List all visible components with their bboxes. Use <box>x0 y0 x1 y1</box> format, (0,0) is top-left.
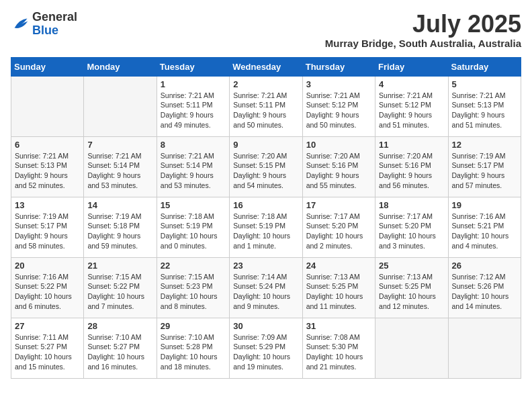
page-header: General Blue July 2025 Murray Bridge, So… <box>11 11 521 49</box>
day-info: Sunrise: 7:21 AMSunset: 5:13 PMDaylight:… <box>452 91 517 130</box>
day-info: Sunrise: 7:16 AMSunset: 5:22 PMDaylight:… <box>15 272 80 312</box>
day-number: 23 <box>233 261 298 271</box>
calendar-cell <box>375 318 448 378</box>
day-number: 9 <box>233 140 298 150</box>
calendar-cell: 11Sunrise: 7:20 AMSunset: 5:16 PMDayligh… <box>375 136 448 197</box>
calendar-cell: 14Sunrise: 7:19 AMSunset: 5:18 PMDayligh… <box>84 197 157 257</box>
day-info: Sunrise: 7:12 AMSunset: 5:26 PMDaylight:… <box>452 272 517 312</box>
day-info: Sunrise: 7:21 AMSunset: 5:11 PMDaylight:… <box>161 91 226 130</box>
day-number: 30 <box>233 321 298 331</box>
logo-text: General Blue <box>32 11 77 38</box>
day-number: 21 <box>87 261 152 271</box>
day-number: 28 <box>87 321 152 331</box>
day-info: Sunrise: 7:11 AMSunset: 5:27 PMDaylight:… <box>15 332 80 372</box>
day-number: 7 <box>87 140 152 150</box>
day-info: Sunrise: 7:20 AMSunset: 5:16 PMDaylight:… <box>306 151 371 191</box>
week-row-5: 27Sunrise: 7:11 AMSunset: 5:27 PMDayligh… <box>11 318 521 378</box>
weekday-header-sunday: Sunday <box>11 57 84 76</box>
day-info: Sunrise: 7:21 AMSunset: 5:13 PMDaylight:… <box>15 151 80 191</box>
calendar-cell: 28Sunrise: 7:10 AMSunset: 5:27 PMDayligh… <box>84 318 157 378</box>
calendar-cell: 10Sunrise: 7:20 AMSunset: 5:16 PMDayligh… <box>302 136 375 197</box>
day-number: 4 <box>379 79 444 89</box>
day-number: 31 <box>306 321 371 331</box>
day-info: Sunrise: 7:21 AMSunset: 5:14 PMDaylight:… <box>161 151 226 191</box>
week-row-2: 6Sunrise: 7:21 AMSunset: 5:13 PMDaylight… <box>11 136 521 197</box>
day-number: 10 <box>306 140 371 150</box>
calendar-cell: 27Sunrise: 7:11 AMSunset: 5:27 PMDayligh… <box>11 318 84 378</box>
day-number: 16 <box>233 200 298 210</box>
day-info: Sunrise: 7:18 AMSunset: 5:19 PMDaylight:… <box>161 212 226 251</box>
week-row-4: 20Sunrise: 7:16 AMSunset: 5:22 PMDayligh… <box>11 257 521 318</box>
day-number: 15 <box>161 200 226 210</box>
day-info: Sunrise: 7:21 AMSunset: 5:12 PMDaylight:… <box>306 91 371 130</box>
day-info: Sunrise: 7:10 AMSunset: 5:28 PMDaylight:… <box>161 332 226 372</box>
calendar-cell <box>84 76 157 136</box>
calendar-cell: 29Sunrise: 7:10 AMSunset: 5:28 PMDayligh… <box>157 318 229 378</box>
calendar-cell: 6Sunrise: 7:21 AMSunset: 5:13 PMDaylight… <box>11 136 84 197</box>
calendar-cell: 7Sunrise: 7:21 AMSunset: 5:14 PMDaylight… <box>84 136 157 197</box>
day-info: Sunrise: 7:15 AMSunset: 5:22 PMDaylight:… <box>87 272 152 312</box>
day-number: 29 <box>161 321 226 331</box>
calendar-cell: 31Sunrise: 7:08 AMSunset: 5:30 PMDayligh… <box>302 318 375 378</box>
day-number: 20 <box>15 261 80 271</box>
day-number: 22 <box>161 261 226 271</box>
day-number: 19 <box>452 200 517 210</box>
calendar-cell <box>448 318 521 378</box>
calendar-cell: 13Sunrise: 7:19 AMSunset: 5:17 PMDayligh… <box>11 197 84 257</box>
day-info: Sunrise: 7:20 AMSunset: 5:16 PMDaylight:… <box>379 151 444 191</box>
day-info: Sunrise: 7:13 AMSunset: 5:25 PMDaylight:… <box>379 272 444 312</box>
weekday-header-wednesday: Wednesday <box>230 57 302 76</box>
calendar-cell <box>11 76 84 136</box>
calendar-cell: 30Sunrise: 7:09 AMSunset: 5:29 PMDayligh… <box>230 318 302 378</box>
calendar-cell: 16Sunrise: 7:18 AMSunset: 5:19 PMDayligh… <box>230 197 302 257</box>
day-info: Sunrise: 7:19 AMSunset: 5:18 PMDaylight:… <box>87 212 152 251</box>
calendar-table: SundayMondayTuesdayWednesdayThursdayFrid… <box>11 57 521 379</box>
calendar-cell: 5Sunrise: 7:21 AMSunset: 5:13 PMDaylight… <box>448 76 521 136</box>
calendar-cell: 24Sunrise: 7:13 AMSunset: 5:25 PMDayligh… <box>302 257 375 318</box>
day-info: Sunrise: 7:15 AMSunset: 5:23 PMDaylight:… <box>161 272 226 312</box>
weekday-header-friday: Friday <box>375 57 448 76</box>
day-info: Sunrise: 7:21 AMSunset: 5:14 PMDaylight:… <box>87 151 152 191</box>
day-info: Sunrise: 7:17 AMSunset: 5:20 PMDaylight:… <box>379 212 444 251</box>
calendar-cell: 19Sunrise: 7:16 AMSunset: 5:21 PMDayligh… <box>448 197 521 257</box>
day-number: 17 <box>306 200 371 210</box>
day-info: Sunrise: 7:21 AMSunset: 5:11 PMDaylight:… <box>233 91 298 130</box>
calendar-cell: 12Sunrise: 7:19 AMSunset: 5:17 PMDayligh… <box>448 136 521 197</box>
month-year-title: July 2025 <box>325 11 521 38</box>
day-info: Sunrise: 7:21 AMSunset: 5:12 PMDaylight:… <box>379 91 444 130</box>
day-number: 11 <box>379 140 444 150</box>
day-number: 27 <box>15 321 80 331</box>
location-subtitle: Murray Bridge, South Australia, Australi… <box>325 38 521 49</box>
day-info: Sunrise: 7:20 AMSunset: 5:15 PMDaylight:… <box>233 151 298 191</box>
logo: General Blue <box>11 11 77 38</box>
calendar-cell: 20Sunrise: 7:16 AMSunset: 5:22 PMDayligh… <box>11 257 84 318</box>
calendar-cell: 8Sunrise: 7:21 AMSunset: 5:14 PMDaylight… <box>157 136 229 197</box>
day-number: 5 <box>452 79 517 89</box>
calendar-cell: 25Sunrise: 7:13 AMSunset: 5:25 PMDayligh… <box>375 257 448 318</box>
day-info: Sunrise: 7:19 AMSunset: 5:17 PMDaylight:… <box>452 151 517 191</box>
day-number: 18 <box>379 200 444 210</box>
day-number: 14 <box>87 200 152 210</box>
calendar-cell: 18Sunrise: 7:17 AMSunset: 5:20 PMDayligh… <box>375 197 448 257</box>
day-number: 3 <box>306 79 371 89</box>
logo-icon <box>11 15 30 34</box>
day-info: Sunrise: 7:09 AMSunset: 5:29 PMDaylight:… <box>233 332 298 372</box>
calendar-cell: 1Sunrise: 7:21 AMSunset: 5:11 PMDaylight… <box>157 76 229 136</box>
weekday-header-thursday: Thursday <box>302 57 375 76</box>
weekday-header-row: SundayMondayTuesdayWednesdayThursdayFrid… <box>11 57 521 76</box>
day-number: 8 <box>161 140 226 150</box>
calendar-cell: 2Sunrise: 7:21 AMSunset: 5:11 PMDaylight… <box>230 76 302 136</box>
calendar-cell: 4Sunrise: 7:21 AMSunset: 5:12 PMDaylight… <box>375 76 448 136</box>
day-info: Sunrise: 7:13 AMSunset: 5:25 PMDaylight:… <box>306 272 371 312</box>
day-info: Sunrise: 7:14 AMSunset: 5:24 PMDaylight:… <box>233 272 298 312</box>
day-info: Sunrise: 7:19 AMSunset: 5:17 PMDaylight:… <box>15 212 80 251</box>
calendar-cell: 3Sunrise: 7:21 AMSunset: 5:12 PMDaylight… <box>302 76 375 136</box>
calendar-cell: 22Sunrise: 7:15 AMSunset: 5:23 PMDayligh… <box>157 257 229 318</box>
calendar-cell: 9Sunrise: 7:20 AMSunset: 5:15 PMDaylight… <box>230 136 302 197</box>
calendar-cell: 26Sunrise: 7:12 AMSunset: 5:26 PMDayligh… <box>448 257 521 318</box>
day-info: Sunrise: 7:08 AMSunset: 5:30 PMDaylight:… <box>306 332 371 372</box>
day-info: Sunrise: 7:18 AMSunset: 5:19 PMDaylight:… <box>233 212 298 251</box>
weekday-header-saturday: Saturday <box>448 57 521 76</box>
title-block: July 2025 Murray Bridge, South Australia… <box>325 11 521 49</box>
day-number: 1 <box>161 79 226 89</box>
